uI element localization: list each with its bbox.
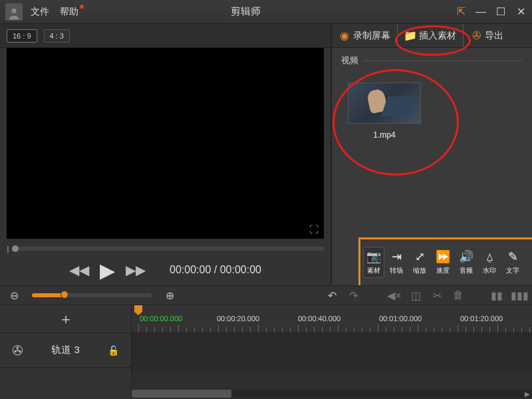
material-icon: 📷 bbox=[366, 249, 381, 264]
media-item[interactable]: 1.mp4 bbox=[348, 82, 421, 140]
menu-help[interactable]: 帮助 bbox=[60, 6, 78, 18]
export-button[interactable]: ✇导出 bbox=[463, 24, 510, 47]
preview-pane: 16 : 9 4 : 3 ⛶ ||| ◀◀ ▶ ▶▶ 00:00:00 / 00… bbox=[0, 24, 331, 285]
h-scroll-right-arrow[interactable]: ▶ bbox=[523, 390, 532, 398]
menu-help-label: 帮助 bbox=[60, 6, 78, 17]
user-avatar[interactable] bbox=[5, 3, 23, 21]
media-filename: 1.mp4 bbox=[348, 130, 421, 140]
ruler-label-3: 00:01:00.000 bbox=[379, 315, 422, 323]
camera-icon: ◉ bbox=[338, 30, 350, 42]
forward-button[interactable]: ▶▶ bbox=[126, 262, 146, 278]
audio-icon: 🔊 bbox=[459, 249, 473, 264]
film-icon: ✇ bbox=[12, 342, 23, 358]
levels-icon[interactable]: ▮▮ bbox=[489, 289, 504, 302]
tool-audio[interactable]: 🔊音频 bbox=[455, 249, 477, 275]
speed-icon: ⏩ bbox=[436, 249, 450, 264]
aspect-bar: 16 : 9 4 : 3 bbox=[0, 24, 331, 48]
tool-material[interactable]: 📷素材 bbox=[363, 247, 384, 278]
mini-toolbar: 📷素材 ⇥转场 ⤢缩放 ⏩速度 🔊音频 ⍙水印 ✎文字 bbox=[358, 237, 532, 285]
progress-track[interactable] bbox=[12, 247, 324, 251]
titlebar: 文件 帮助 剪辑师 ⇱ — ☐ ✕ bbox=[0, 0, 532, 24]
tool-text[interactable]: ✎文字 bbox=[501, 249, 524, 275]
maximize-icon[interactable]: ☐ bbox=[495, 6, 507, 18]
lock-icon[interactable]: 🔓 bbox=[108, 345, 119, 356]
h-scrollbar[interactable] bbox=[132, 390, 523, 398]
window-controls: ⇱ — ☐ ✕ bbox=[455, 6, 527, 18]
reel-icon: ✇ bbox=[470, 30, 482, 42]
side-panel: ◉录制屏幕 📁插入素材 ✇导出 视频 1.mp4 📷素材 ⇥转场 ⤢缩放 ⏩速度… bbox=[331, 24, 532, 285]
track-area[interactable] bbox=[132, 333, 532, 373]
time-ruler[interactable]: 00:00:00.000 00:00:20.000 00:00:40.000 0… bbox=[132, 305, 532, 333]
folder-icon: 📁 bbox=[404, 30, 416, 42]
zoom-knob[interactable] bbox=[61, 291, 68, 299]
app-title: 剪辑师 bbox=[36, 5, 455, 18]
progress-grip-icon: ||| bbox=[7, 245, 8, 253]
h-scroll-thumb[interactable] bbox=[132, 390, 231, 398]
zoom-slider[interactable] bbox=[32, 293, 152, 297]
progress-knob[interactable] bbox=[12, 245, 19, 252]
mute-icon[interactable]: ◀× bbox=[387, 289, 402, 302]
tool-scale[interactable]: ⤢缩放 bbox=[408, 249, 431, 275]
watermark-icon: ⍙ bbox=[486, 250, 493, 264]
import-media-button[interactable]: 📁插入素材 bbox=[397, 24, 463, 47]
progress-bar[interactable]: ||| bbox=[7, 243, 324, 255]
time-display: 00:00:00 / 00:00:00 bbox=[170, 264, 261, 276]
main-area: 16 : 9 4 : 3 ⛶ ||| ◀◀ ▶ ▶▶ 00:00:00 / 00… bbox=[0, 24, 532, 285]
cut-icon[interactable]: ✂ bbox=[430, 289, 444, 302]
ruler-label-0: 00:00:00.000 bbox=[140, 315, 182, 323]
top-actions: ◉录制屏幕 📁插入素材 ✇导出 bbox=[332, 24, 532, 48]
ruler-label-1: 00:00:20.000 bbox=[217, 315, 259, 323]
playback-controls: ◀◀ ▶ ▶▶ 00:00:00 / 00:00:00 bbox=[0, 255, 331, 285]
timeline: ＋ ✇ 轨道 3 🔓 00:00:00.000 00:00:20.000 00:… bbox=[0, 305, 532, 399]
media-section-title: 视频 bbox=[341, 55, 523, 70]
media-thumbnail bbox=[348, 82, 421, 124]
aspect-4-3[interactable]: 4 : 3 bbox=[44, 29, 70, 43]
zoom-in-icon[interactable]: ⊕ bbox=[162, 289, 177, 302]
add-track-button[interactable]: ＋ bbox=[0, 305, 131, 333]
tool-transition[interactable]: ⇥转场 bbox=[385, 249, 408, 275]
timeline-toolbar: ⊖ ⊕ ↶ ↷ ◀× ◫ ✂ 🗑 ▮▮ ▮▮▮ bbox=[0, 285, 532, 305]
fullscreen-icon[interactable]: ⛶ bbox=[309, 224, 319, 235]
menu-file[interactable]: 文件 bbox=[31, 6, 49, 18]
record-screen-button[interactable]: ◉录制屏幕 bbox=[332, 24, 397, 47]
minimize-icon[interactable]: — bbox=[475, 6, 487, 18]
timeline-right[interactable]: 00:00:00.000 00:00:20.000 00:00:40.000 0… bbox=[132, 305, 532, 399]
equalizer-icon[interactable]: ▮▮▮ bbox=[511, 289, 525, 302]
track-name: 轨道 3 bbox=[33, 344, 98, 356]
current-time: 00:00:00 bbox=[170, 264, 211, 275]
video-preview[interactable]: ⛶ bbox=[7, 48, 324, 239]
undo-icon[interactable]: ↶ bbox=[325, 289, 339, 302]
export-label: 导出 bbox=[485, 30, 503, 42]
ruler-label-4: 00:01:20.000 bbox=[460, 315, 503, 323]
media-panel: 视频 1.mp4 📷素材 ⇥转场 ⤢缩放 ⏩速度 🔊音频 ⍙水印 ✎文字 bbox=[332, 48, 532, 285]
tool-watermark[interactable]: ⍙水印 bbox=[478, 250, 501, 275]
aspect-16-9[interactable]: 16 : 9 bbox=[7, 29, 37, 43]
crop-icon[interactable]: ◫ bbox=[408, 289, 423, 302]
close-icon[interactable]: ✕ bbox=[515, 6, 527, 18]
notification-dot bbox=[80, 5, 84, 9]
import-label: 插入素材 bbox=[419, 30, 456, 42]
redo-icon[interactable]: ↷ bbox=[346, 289, 360, 302]
transition-icon: ⇥ bbox=[392, 249, 402, 264]
record-label: 录制屏幕 bbox=[353, 30, 390, 42]
tool-speed[interactable]: ⏩速度 bbox=[432, 249, 454, 275]
track-row[interactable]: ✇ 轨道 3 🔓 bbox=[0, 333, 131, 368]
popout-icon[interactable]: ⇱ bbox=[455, 6, 467, 18]
scale-icon: ⤢ bbox=[415, 249, 425, 264]
zoom-out-icon[interactable]: ⊖ bbox=[7, 289, 21, 302]
total-time: 00:00:00 bbox=[220, 264, 261, 275]
text-icon: ✎ bbox=[508, 249, 518, 264]
ruler-label-2: 00:00:40.000 bbox=[298, 315, 340, 323]
timeline-left: ＋ ✇ 轨道 3 🔓 bbox=[0, 305, 132, 399]
svg-point-0 bbox=[11, 8, 16, 13]
rewind-button[interactable]: ◀◀ bbox=[69, 262, 89, 278]
play-button[interactable]: ▶ bbox=[100, 259, 115, 282]
delete-icon[interactable]: 🗑 bbox=[451, 289, 466, 301]
